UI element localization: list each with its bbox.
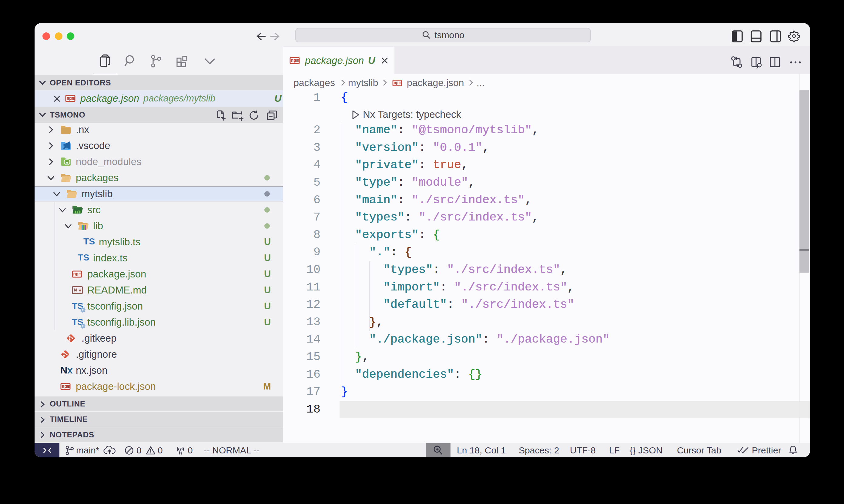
- svg-text:JS: JS: [65, 161, 69, 164]
